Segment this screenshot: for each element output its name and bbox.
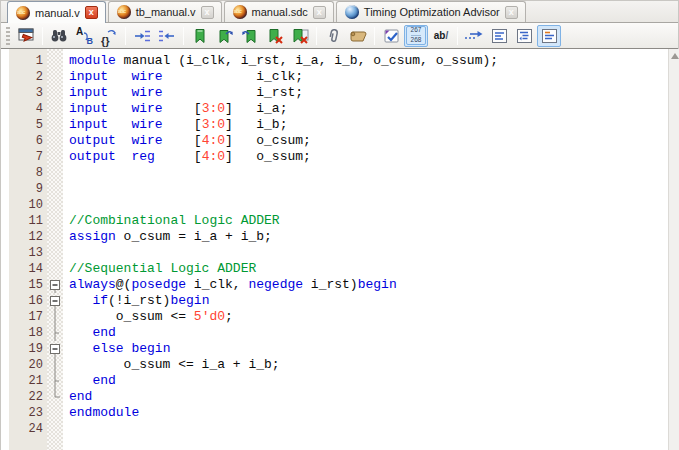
fold-mark	[47, 53, 63, 69]
code-text	[63, 245, 69, 261]
fold-mark	[47, 357, 63, 373]
code-text	[63, 421, 69, 437]
match-brace-icon: {}	[100, 28, 118, 44]
document-properties-icon	[541, 28, 558, 44]
code-line[interactable]: 9	[1, 181, 669, 197]
scroll-up-icon[interactable]	[671, 53, 679, 59]
code-line[interactable]: 16 if(!i_rst)begin	[1, 293, 669, 309]
code-line[interactable]: 12assign o_csum = i_a + i_b;	[1, 229, 669, 245]
tab-tb-manual-v[interactable]: abc tb_manual.v x	[108, 1, 222, 22]
toolbar-grip[interactable]	[6, 27, 10, 45]
code-line[interactable]: 6output wire [4:0] o_csum;	[1, 133, 669, 149]
line-numbers-toggle[interactable]: 267268	[404, 25, 428, 47]
detach-editor-button[interactable]	[14, 25, 38, 47]
code-line[interactable]: 22end	[1, 389, 669, 405]
bookmark-next-icon	[216, 28, 234, 44]
line-number: 9	[1, 181, 47, 197]
fold-mark	[47, 69, 63, 85]
tab-manual-sdc[interactable]: abc manual.sdc x	[224, 1, 334, 22]
toolbar-separator	[183, 27, 184, 45]
fold-mark	[47, 309, 63, 325]
code-line[interactable]: 23endmodule	[1, 405, 669, 421]
previous-bookmark-button[interactable]	[238, 25, 262, 47]
bookmark-clear-icon	[266, 28, 284, 44]
tab-manual-v[interactable]: abc manual.v x	[7, 1, 106, 23]
code-line[interactable]: 11//Combinational Logic ADDER	[1, 213, 669, 229]
code-line[interactable]: 3input wire i_rst;	[1, 85, 669, 101]
code-line[interactable]: 1module manual (i_clk, i_rst, i_a, i_b, …	[1, 53, 669, 69]
line-number: 3	[1, 85, 47, 101]
tab-timing-optimization-advisor[interactable]: Timing Optimization Advisor x	[336, 1, 526, 22]
line-number: 7	[1, 149, 47, 165]
code-text: end	[63, 373, 116, 389]
toolbar-separator	[457, 27, 458, 45]
code-rows: 1module manual (i_clk, i_rst, i_a, i_b, …	[1, 53, 669, 437]
tab-label: tb_manual.v	[136, 6, 196, 18]
line-number: 2	[1, 69, 47, 85]
goto-line-button[interactable]	[462, 25, 486, 47]
fold-collapse-icon[interactable]	[47, 277, 63, 293]
fold-mark	[47, 325, 63, 341]
code-line[interactable]: 15always@(posedge i_clk, negedge i_rst)b…	[1, 277, 669, 293]
code-line[interactable]: 20 o_ssum <= i_a + i_b;	[1, 357, 669, 373]
line-number: 4	[1, 101, 47, 117]
fold-mark	[47, 261, 63, 277]
code-line[interactable]: 21 end	[1, 373, 669, 389]
view-outline-button[interactable]	[487, 25, 511, 47]
attach-button[interactable]	[321, 25, 345, 47]
line-number: 13	[1, 245, 47, 261]
code-line[interactable]: 7output reg [4:0] o_ssum;	[1, 149, 669, 165]
tab-label: manual.sdc	[252, 6, 308, 18]
code-line[interactable]: 8	[1, 165, 669, 181]
close-tab-icon[interactable]: x	[505, 6, 518, 19]
code-text: //Combinational Logic ADDER	[63, 213, 280, 229]
code-text: always@(posedge i_clk, negedge i_rst)beg…	[63, 277, 397, 293]
indent-button[interactable]	[130, 25, 154, 47]
code-line[interactable]: 4input wire [3:0] i_a;	[1, 101, 669, 117]
line-number: 1	[1, 53, 47, 69]
code-line[interactable]: 19 else begin	[1, 341, 669, 357]
next-bookmark-button[interactable]	[213, 25, 237, 47]
macro-button[interactable]	[346, 25, 370, 47]
vertical-scrollbar[interactable]	[668, 49, 679, 450]
code-line[interactable]: 14//Sequential Logic ADDER	[1, 261, 669, 277]
find-button[interactable]	[47, 25, 71, 47]
fold-mark	[47, 421, 63, 437]
view-hierarchy-button[interactable]	[512, 25, 536, 47]
fold-mark	[47, 213, 63, 229]
clear-bookmark-button[interactable]	[263, 25, 287, 47]
toggle-bookmark-button[interactable]	[188, 25, 212, 47]
code-line[interactable]: 10	[1, 197, 669, 213]
code-line[interactable]: 18 end	[1, 325, 669, 341]
replace-button[interactable]: A B	[72, 25, 96, 47]
fold-mark	[47, 245, 63, 261]
code-editor[interactable]: 1module manual (i_clk, i_rst, i_a, i_b, …	[1, 49, 679, 450]
view-properties-button[interactable]	[537, 25, 561, 47]
line-number: 12	[1, 229, 47, 245]
detach-window-icon	[17, 28, 35, 44]
code-line[interactable]: 17 o_ssum <= 5'd0;	[1, 309, 669, 325]
paperclip-icon	[325, 28, 341, 44]
code-text: output wire [4:0] o_csum;	[63, 133, 311, 149]
match-brace-button[interactable]: {}	[97, 25, 121, 47]
line-number: 5	[1, 117, 47, 133]
line-number: 16	[1, 293, 47, 309]
line-number: 14	[1, 261, 47, 277]
close-tab-icon[interactable]: x	[313, 6, 326, 19]
code-line[interactable]: 13	[1, 245, 669, 261]
toolbar-separator	[42, 27, 43, 45]
fold-collapse-icon[interactable]	[47, 293, 63, 309]
tab-label: Timing Optimization Advisor	[364, 6, 500, 18]
document-hierarchy-icon	[516, 28, 533, 44]
close-tab-icon[interactable]: x	[201, 6, 214, 19]
spell-check-button[interactable]: ab/	[429, 25, 453, 47]
fold-collapse-icon[interactable]	[47, 341, 63, 357]
code-text: input wire i_rst;	[63, 85, 303, 101]
check-tasks-button[interactable]	[379, 25, 403, 47]
code-line[interactable]: 5input wire [3:0] i_b;	[1, 117, 669, 133]
code-line[interactable]: 2input wire i_clk;	[1, 69, 669, 85]
close-tab-icon[interactable]: x	[85, 6, 98, 19]
code-line[interactable]: 24	[1, 421, 669, 437]
clear-all-bookmarks-button[interactable]	[288, 25, 312, 47]
outdent-button[interactable]	[155, 25, 179, 47]
